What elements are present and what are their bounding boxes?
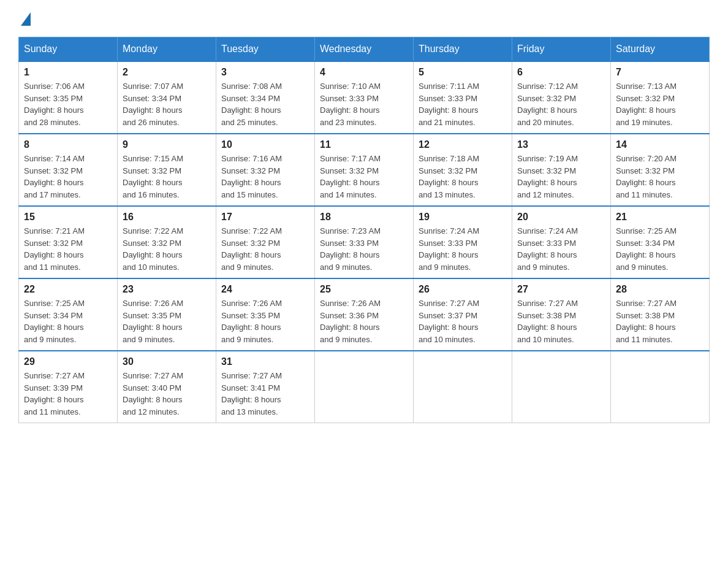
day-info: Sunrise: 7:25 AM Sunset: 3:34 PM Dayligh… <box>24 297 112 345</box>
weekday-header-thursday: Thursday <box>414 37 512 62</box>
calendar-cell: 15 Sunrise: 7:21 AM Sunset: 3:32 PM Dayl… <box>19 206 118 278</box>
calendar-week-5: 29 Sunrise: 7:27 AM Sunset: 3:39 PM Dayl… <box>19 351 710 423</box>
day-info: Sunrise: 7:27 AM Sunset: 3:40 PM Dayligh… <box>123 370 211 418</box>
day-number: 7 <box>616 67 704 78</box>
calendar-cell: 18 Sunrise: 7:23 AM Sunset: 3:33 PM Dayl… <box>315 206 414 278</box>
calendar-cell: 23 Sunrise: 7:26 AM Sunset: 3:35 PM Dayl… <box>118 278 216 351</box>
day-info: Sunrise: 7:27 AM Sunset: 3:37 PM Dayligh… <box>419 297 507 345</box>
calendar-header: SundayMondayTuesdayWednesdayThursdayFrid… <box>19 37 710 62</box>
day-number: 29 <box>24 356 112 367</box>
day-number: 15 <box>24 212 112 223</box>
day-info: Sunrise: 7:23 AM Sunset: 3:33 PM Dayligh… <box>320 225 408 273</box>
day-number: 30 <box>123 356 211 367</box>
day-number: 16 <box>123 212 211 223</box>
weekday-header-sunday: Sunday <box>19 37 118 62</box>
calendar-cell: 30 Sunrise: 7:27 AM Sunset: 3:40 PM Dayl… <box>118 351 216 423</box>
day-info: Sunrise: 7:21 AM Sunset: 3:32 PM Dayligh… <box>24 225 112 273</box>
calendar-cell: 4 Sunrise: 7:10 AM Sunset: 3:33 PM Dayli… <box>315 61 414 134</box>
day-info: Sunrise: 7:26 AM Sunset: 3:35 PM Dayligh… <box>221 297 309 345</box>
day-number: 8 <box>24 139 112 150</box>
calendar-week-3: 15 Sunrise: 7:21 AM Sunset: 3:32 PM Dayl… <box>19 206 710 278</box>
calendar-cell: 16 Sunrise: 7:22 AM Sunset: 3:32 PM Dayl… <box>118 206 216 278</box>
day-info: Sunrise: 7:16 AM Sunset: 3:32 PM Dayligh… <box>221 153 309 201</box>
day-number: 18 <box>320 212 408 223</box>
weekday-header-wednesday: Wednesday <box>315 37 414 62</box>
day-info: Sunrise: 7:13 AM Sunset: 3:32 PM Dayligh… <box>616 80 704 128</box>
calendar-week-1: 1 Sunrise: 7:06 AM Sunset: 3:35 PM Dayli… <box>19 61 710 134</box>
day-number: 3 <box>221 67 309 78</box>
calendar-week-4: 22 Sunrise: 7:25 AM Sunset: 3:34 PM Dayl… <box>19 278 710 351</box>
day-info: Sunrise: 7:22 AM Sunset: 3:32 PM Dayligh… <box>221 225 309 273</box>
day-number: 13 <box>517 139 605 150</box>
day-number: 22 <box>24 284 112 295</box>
calendar-cell: 1 Sunrise: 7:06 AM Sunset: 3:35 PM Dayli… <box>19 61 118 134</box>
calendar-cell: 25 Sunrise: 7:26 AM Sunset: 3:36 PM Dayl… <box>315 278 414 351</box>
calendar-cell: 12 Sunrise: 7:18 AM Sunset: 3:32 PM Dayl… <box>414 134 512 206</box>
calendar-cell: 17 Sunrise: 7:22 AM Sunset: 3:32 PM Dayl… <box>216 206 315 278</box>
calendar-cell <box>512 351 611 423</box>
day-number: 31 <box>221 356 309 367</box>
day-info: Sunrise: 7:14 AM Sunset: 3:32 PM Dayligh… <box>24 153 112 201</box>
logo-triangle-icon <box>21 12 31 26</box>
day-number: 24 <box>221 284 309 295</box>
day-number: 10 <box>221 139 309 150</box>
day-info: Sunrise: 7:25 AM Sunset: 3:34 PM Dayligh… <box>616 225 704 273</box>
day-info: Sunrise: 7:24 AM Sunset: 3:33 PM Dayligh… <box>419 225 507 273</box>
calendar-cell <box>414 351 512 423</box>
day-info: Sunrise: 7:27 AM Sunset: 3:41 PM Dayligh… <box>221 370 309 418</box>
day-number: 5 <box>419 67 507 78</box>
day-info: Sunrise: 7:26 AM Sunset: 3:35 PM Dayligh… <box>123 297 211 345</box>
calendar-cell <box>315 351 414 423</box>
calendar-cell: 13 Sunrise: 7:19 AM Sunset: 3:32 PM Dayl… <box>512 134 611 206</box>
day-number: 27 <box>517 284 605 295</box>
calendar-cell: 28 Sunrise: 7:27 AM Sunset: 3:38 PM Dayl… <box>611 278 710 351</box>
calendar-cell <box>611 351 710 423</box>
day-info: Sunrise: 7:27 AM Sunset: 3:38 PM Dayligh… <box>517 297 605 345</box>
day-number: 23 <box>123 284 211 295</box>
calendar-cell: 24 Sunrise: 7:26 AM Sunset: 3:35 PM Dayl… <box>216 278 315 351</box>
day-info: Sunrise: 7:11 AM Sunset: 3:33 PM Dayligh… <box>419 80 507 128</box>
day-number: 12 <box>419 139 507 150</box>
calendar-cell: 22 Sunrise: 7:25 AM Sunset: 3:34 PM Dayl… <box>19 278 118 351</box>
day-number: 25 <box>320 284 408 295</box>
day-info: Sunrise: 7:27 AM Sunset: 3:39 PM Dayligh… <box>24 370 112 418</box>
day-number: 17 <box>221 212 309 223</box>
day-info: Sunrise: 7:06 AM Sunset: 3:35 PM Dayligh… <box>24 80 112 128</box>
day-info: Sunrise: 7:10 AM Sunset: 3:33 PM Dayligh… <box>320 80 408 128</box>
logo-top <box>18 12 31 27</box>
calendar-cell: 8 Sunrise: 7:14 AM Sunset: 3:32 PM Dayli… <box>19 134 118 206</box>
page-header <box>18 12 710 25</box>
day-info: Sunrise: 7:20 AM Sunset: 3:32 PM Dayligh… <box>616 153 704 201</box>
day-info: Sunrise: 7:17 AM Sunset: 3:32 PM Dayligh… <box>320 153 408 201</box>
day-info: Sunrise: 7:26 AM Sunset: 3:36 PM Dayligh… <box>320 297 408 345</box>
day-number: 11 <box>320 139 408 150</box>
day-info: Sunrise: 7:27 AM Sunset: 3:38 PM Dayligh… <box>616 297 704 345</box>
weekday-header-saturday: Saturday <box>611 37 710 62</box>
day-info: Sunrise: 7:07 AM Sunset: 3:34 PM Dayligh… <box>123 80 211 128</box>
day-number: 6 <box>517 67 605 78</box>
day-number: 20 <box>517 212 605 223</box>
calendar-cell: 11 Sunrise: 7:17 AM Sunset: 3:32 PM Dayl… <box>315 134 414 206</box>
calendar-cell: 10 Sunrise: 7:16 AM Sunset: 3:32 PM Dayl… <box>216 134 315 206</box>
calendar-cell: 3 Sunrise: 7:08 AM Sunset: 3:34 PM Dayli… <box>216 61 315 134</box>
calendar-cell: 20 Sunrise: 7:24 AM Sunset: 3:33 PM Dayl… <box>512 206 611 278</box>
day-info: Sunrise: 7:15 AM Sunset: 3:32 PM Dayligh… <box>123 153 211 201</box>
day-number: 21 <box>616 212 704 223</box>
day-number: 28 <box>616 284 704 295</box>
weekday-header-monday: Monday <box>118 37 216 62</box>
day-number: 19 <box>419 212 507 223</box>
logo <box>18 12 31 25</box>
calendar-cell: 21 Sunrise: 7:25 AM Sunset: 3:34 PM Dayl… <box>611 206 710 278</box>
day-info: Sunrise: 7:08 AM Sunset: 3:34 PM Dayligh… <box>221 80 309 128</box>
calendar-cell: 31 Sunrise: 7:27 AM Sunset: 3:41 PM Dayl… <box>216 351 315 423</box>
calendar-cell: 5 Sunrise: 7:11 AM Sunset: 3:33 PM Dayli… <box>414 61 512 134</box>
day-info: Sunrise: 7:12 AM Sunset: 3:32 PM Dayligh… <box>517 80 605 128</box>
day-number: 14 <box>616 139 704 150</box>
day-number: 9 <box>123 139 211 150</box>
day-info: Sunrise: 7:18 AM Sunset: 3:32 PM Dayligh… <box>419 153 507 201</box>
weekday-header-tuesday: Tuesday <box>216 37 315 62</box>
weekday-header-friday: Friday <box>512 37 611 62</box>
calendar-cell: 29 Sunrise: 7:27 AM Sunset: 3:39 PM Dayl… <box>19 351 118 423</box>
weekday-header-row: SundayMondayTuesdayWednesdayThursdayFrid… <box>19 37 710 62</box>
day-info: Sunrise: 7:24 AM Sunset: 3:33 PM Dayligh… <box>517 225 605 273</box>
